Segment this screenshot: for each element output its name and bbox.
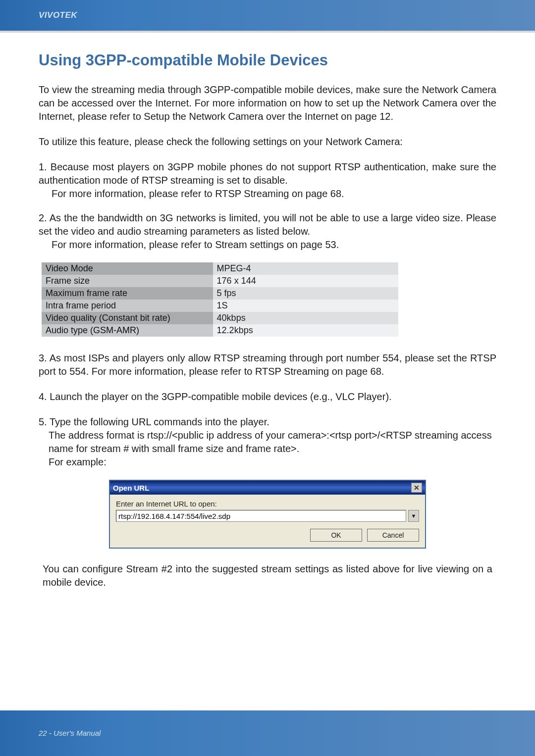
closing-paragraph: You can configure Stream #2 into the sug… <box>39 562 496 589</box>
cell-key: Intra frame period <box>42 300 213 312</box>
step-2: 2. As the the bandwidth on 3G networks i… <box>39 211 496 252</box>
dialog-title-text: Open URL <box>113 484 149 492</box>
step-1-note: For more information, please refer to RT… <box>39 187 496 201</box>
cell-key: Maximum frame rate <box>42 287 213 300</box>
close-icon[interactable]: ✕ <box>411 483 422 493</box>
table-row: Video quality (Constant bit rate)40kbps <box>42 312 398 324</box>
dialog-wrapper: Open URL ✕ Enter an Internet URL to open… <box>39 480 496 549</box>
step-5-line2: The address format is rtsp://<public ip … <box>39 429 496 455</box>
step-2-text: 2. As the the bandwidth on 3G networks i… <box>39 211 496 238</box>
dropdown-button[interactable]: ▼ <box>408 510 419 522</box>
page-content: Using 3GPP-compatible Mobile Devices To … <box>0 33 535 589</box>
dialog-body: Enter an Internet URL to open: ▼ OK Canc… <box>110 495 425 548</box>
cell-val: 40kbps <box>213 312 398 324</box>
step-1: 1. Because most players on 3GPP mobile p… <box>39 160 496 201</box>
cell-key: Audio type (GSM-AMR) <box>42 324 213 337</box>
step-5-line3: For example: <box>39 455 496 469</box>
cell-val: 12.2kbps <box>213 324 398 337</box>
step-5: 5. Type the following URL commands into … <box>39 415 496 469</box>
cell-val: 176 x 144 <box>213 275 398 287</box>
cell-val: 1S <box>213 300 398 312</box>
dialog-titlebar: Open URL ✕ <box>110 481 425 495</box>
table-row: Maximum frame rate5 fps <box>42 287 398 300</box>
table-row: Audio type (GSM-AMR)12.2kbps <box>42 324 398 337</box>
settings-table: Video ModeMPEG-4 Frame size176 x 144 Max… <box>42 262 398 337</box>
intro-paragraph-1: To view the streaming media through 3GPP… <box>39 83 496 123</box>
page-title: Using 3GPP-compatible Mobile Devices <box>39 51 496 69</box>
step-3: 3. As most ISPs and players only allow R… <box>39 352 496 378</box>
cell-val: MPEG-4 <box>213 262 398 275</box>
step-4: 4. Launch the player on the 3GPP-compati… <box>39 390 496 403</box>
cell-val: 5 fps <box>213 287 398 300</box>
table-row: Intra frame period1S <box>42 300 398 312</box>
table-row: Video ModeMPEG-4 <box>42 262 398 275</box>
dialog-label: Enter an Internet URL to open: <box>116 500 419 508</box>
cancel-button[interactable]: Cancel <box>367 529 419 542</box>
header-band: VIVOTEK <box>0 0 535 31</box>
cell-key: Video quality (Constant bit rate) <box>42 312 213 324</box>
footer-text: 22 - User's Manual <box>39 729 101 737</box>
url-input-row: ▼ <box>116 510 419 522</box>
intro-paragraph-2: To utilize this feature, please check th… <box>39 135 496 149</box>
step-2-note: For more information, please refer to St… <box>39 238 496 252</box>
cell-key: Frame size <box>42 275 213 287</box>
table-row: Frame size176 x 144 <box>42 275 398 287</box>
chevron-down-icon: ▼ <box>411 513 417 519</box>
ok-button[interactable]: OK <box>310 529 362 542</box>
brand-text: VIVOTEK <box>39 10 77 20</box>
step-1-text: 1. Because most players on 3GPP mobile p… <box>39 160 496 187</box>
open-url-dialog: Open URL ✕ Enter an Internet URL to open… <box>109 480 426 549</box>
cell-key: Video Mode <box>42 262 213 275</box>
dialog-actions: OK Cancel <box>116 529 419 542</box>
step-5-line1: 5. Type the following URL commands into … <box>39 415 496 429</box>
url-input[interactable] <box>116 510 406 522</box>
